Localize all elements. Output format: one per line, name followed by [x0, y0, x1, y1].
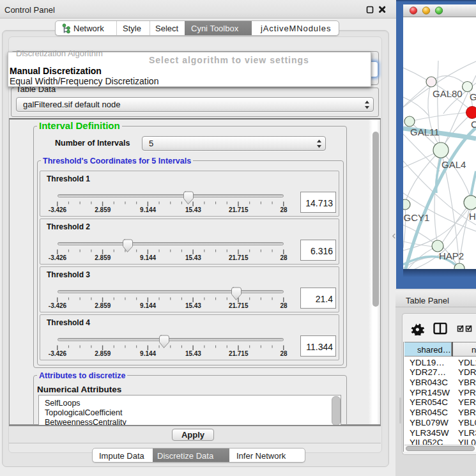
svg-text:C: C: [471, 119, 476, 130]
svg-text:H: H: [469, 211, 476, 222]
svg-text:GAL11: GAL11: [410, 127, 440, 137]
svg-text:HAP2: HAP2: [439, 250, 464, 261]
svg-text:GAL80: GAL80: [433, 88, 463, 99]
svg-text:GCY1: GCY1: [404, 212, 430, 223]
svg-text:GA: GA: [470, 91, 476, 102]
svg-text:GAL4: GAL4: [441, 159, 466, 170]
